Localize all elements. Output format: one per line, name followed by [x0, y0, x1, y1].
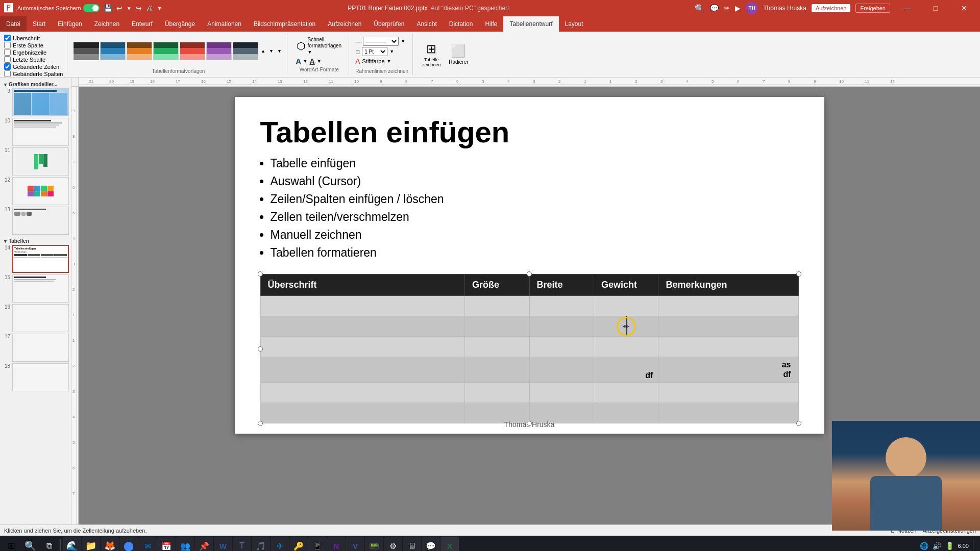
check-ueberschrift[interactable]: Überschrift	[4, 35, 63, 41]
tab-dictation[interactable]: Dictation	[443, 16, 479, 32]
quick-dropdown[interactable]: ▼	[157, 6, 162, 11]
table-cell-2-1[interactable]	[260, 316, 465, 337]
table-cell-2-3[interactable]	[529, 316, 594, 337]
table-cell-3-4[interactable]	[594, 337, 658, 357]
table-cell-1-1[interactable]	[260, 296, 465, 316]
border-style-dropdown[interactable]: ▼	[401, 39, 405, 44]
tab-bildschirmpraesentaton[interactable]: Bildschirmpräsentation	[248, 16, 322, 32]
tab-tabellenentwurf[interactable]: Tabellenentwurf	[503, 16, 558, 32]
taskbar-app1[interactable]: 📟	[365, 537, 383, 551]
table-cell-6-1[interactable]	[260, 403, 465, 423]
content-table[interactable]: Überschrift Größe Breite Gewicht Bemerku…	[260, 274, 799, 423]
taskbar-telegram[interactable]: ✈	[271, 537, 289, 551]
teams-icon[interactable]: 💬	[710, 4, 719, 12]
handle-tc[interactable]	[527, 271, 532, 277]
schnellformatvorlagen-btn[interactable]: ⬡ Schnell-formatvorlagen ▼	[293, 35, 345, 57]
table-cell-3-1[interactable]	[260, 337, 465, 357]
slide-item-15[interactable]: 15	[2, 274, 69, 303]
minimize-btn[interactable]: —	[895, 0, 919, 16]
tab-ansicht[interactable]: Ansicht	[410, 16, 443, 32]
slide-item-12[interactable]: 12	[2, 177, 69, 205]
taskbar-music[interactable]: 🎵	[252, 537, 270, 551]
tab-zeichnen[interactable]: Zeichnen	[88, 16, 126, 32]
table-cell-2-5[interactable]	[658, 316, 798, 337]
draw-table-btn[interactable]: ⊞ Tabelle zeichnen	[419, 40, 444, 69]
toggle-autosave[interactable]: Automatisches Speichern	[17, 4, 100, 12]
handle-ml[interactable]	[258, 346, 263, 352]
taskbar-clock[interactable]: 6:00	[958, 542, 969, 549]
table-cell-1-4[interactable]	[594, 296, 658, 316]
eraser-btn[interactable]: ⬜ Radierer	[446, 42, 471, 66]
quick-format-dropdown[interactable]: ▼	[307, 49, 341, 55]
handle-tl[interactable]	[258, 271, 263, 277]
border-width-dropdown[interactable]: ▼	[389, 49, 394, 54]
taskbar-phone[interactable]: 📱	[308, 537, 327, 551]
taskbar-teams[interactable]: T	[233, 537, 251, 551]
table-cell-4-1[interactable]	[260, 357, 465, 383]
show-desktop[interactable]	[973, 539, 975, 551]
taskbar-sticky[interactable]: 📌	[195, 537, 213, 551]
handle-bl[interactable]	[258, 421, 263, 426]
table-cell-5-3[interactable]	[529, 383, 594, 403]
table-style-4[interactable]	[153, 42, 179, 60]
handle-bc[interactable]	[527, 421, 532, 426]
taskbar-keepass[interactable]: 🔑	[289, 537, 308, 551]
taskbar-search[interactable]: 🔍	[21, 537, 39, 551]
taskbar-app3[interactable]: 🖥	[403, 537, 421, 551]
tab-start[interactable]: Start	[27, 16, 52, 32]
taskbar-start[interactable]: ⊞	[2, 537, 20, 551]
comments-icon[interactable]: ✏	[724, 4, 730, 12]
tab-uebergaenge[interactable]: Übergänge	[159, 16, 201, 32]
table-cell-4-2[interactable]	[465, 357, 529, 383]
border-style-select[interactable]: ———— – – – · · ·	[363, 37, 399, 46]
handle-tr[interactable]	[796, 271, 801, 277]
check-gebaenderte-zeilen[interactable]: Gebänderte Zeilen	[4, 63, 63, 70]
taskbar-chrome[interactable]: ⬤	[119, 537, 138, 551]
slides-group-label-tabellen[interactable]: ▼ Tabellen	[2, 236, 69, 245]
tab-ueberpruefen[interactable]: Überprüfen	[368, 16, 410, 32]
check-gebaenderte-spalten[interactable]: Gebänderte Spalten	[4, 70, 63, 77]
taskbar-visio[interactable]: V	[346, 537, 364, 551]
table-style-7[interactable]	[233, 42, 258, 60]
scroll-down-styles[interactable]: ▼	[267, 48, 275, 54]
border-width-select[interactable]: 1 Pt 2 Pt 3 Pt	[362, 47, 387, 56]
table-style-2[interactable]	[100, 42, 126, 60]
slides-group-label-grafiken[interactable]: ▼ Grafiken modellier...	[2, 80, 69, 88]
network-icon[interactable]: 🌐	[920, 542, 928, 550]
tab-einfuegen[interactable]: Einfügen	[52, 16, 88, 32]
taskbar-app2[interactable]: ⚙	[384, 537, 402, 551]
taskbar-explorer[interactable]: 📁	[82, 537, 100, 551]
slide-thumb-14[interactable]: Tabellen einfügen • Tabelle einfügen	[12, 245, 69, 273]
table-cell-4-5[interactable]: as df	[658, 357, 798, 383]
scroll-more-styles[interactable]: ▼	[276, 48, 283, 54]
taskbar-mail[interactable]: ✉	[138, 537, 157, 551]
table-cell-5-2[interactable]	[465, 383, 529, 403]
taskbar-edge[interactable]: 🌊	[63, 537, 81, 551]
volume-icon[interactable]: 🔊	[933, 542, 941, 550]
table-cell-6-4[interactable]	[594, 403, 658, 423]
quick-print-icon[interactable]: 🖨	[146, 4, 153, 12]
taskbar-firefox[interactable]: 🦊	[101, 537, 119, 551]
slide-item-10[interactable]: 10	[2, 118, 69, 146]
table-cell-1-2[interactable]	[465, 296, 529, 316]
slide-item-17[interactable]: 17	[2, 334, 69, 362]
slide-item-16[interactable]: 16	[2, 304, 69, 332]
tab-hilfe[interactable]: Hilfe	[479, 16, 503, 32]
present-icon[interactable]: ▶	[735, 4, 741, 12]
table-cell-1-3[interactable]	[529, 296, 594, 316]
table-cell-5-5[interactable]	[658, 383, 798, 403]
taskbar-excel[interactable]: X	[440, 537, 459, 551]
wordart-dropdown-2[interactable]: ▼	[317, 59, 322, 64]
slide-item-11[interactable]: 11	[2, 147, 69, 176]
slide-item-9[interactable]: 9	[2, 88, 69, 116]
table-cell-5-4[interactable]	[594, 383, 658, 403]
wordart-a-btn[interactable]: A ▼ A ▼	[293, 57, 345, 66]
tab-animationen[interactable]: Animationen	[201, 16, 248, 32]
maximize-btn[interactable]: □	[924, 0, 947, 16]
table-cell-1-5[interactable]	[658, 296, 798, 316]
save-icon[interactable]: 💾	[104, 4, 112, 12]
share-btn[interactable]: Aufzeichnen	[812, 4, 851, 12]
table-cell-2-4[interactable]: ✏	[594, 316, 658, 337]
tab-layout[interactable]: Layout	[559, 16, 590, 32]
table-cell-3-2[interactable]	[465, 337, 529, 357]
